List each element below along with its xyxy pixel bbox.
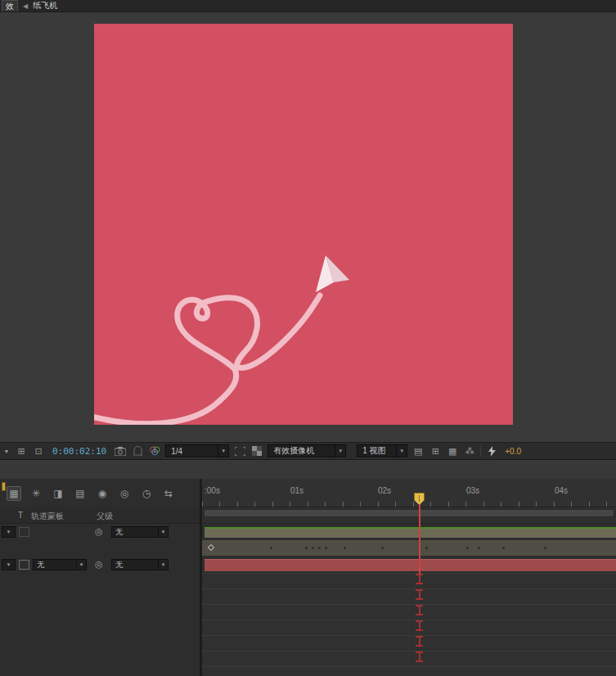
keyframe-dot[interactable]	[312, 547, 314, 549]
work-area-row	[202, 507, 616, 524]
viewer-toolbar: ▼ ⊞ ⊡ 0:00:02:10 1/4 ▼ 有效摄像机 ▼ 1 视图 ▼	[0, 442, 616, 460]
layer1-mode-dropdown[interactable]: ▼	[2, 526, 16, 538]
after-effects-window: 效 ◀ 纸飞机 ▼ ⊞ ⊡ 0:00:02:10 1/4 ▼	[0, 0, 616, 676]
chevron-down-icon: ▼	[2, 527, 15, 537]
keyframe-track[interactable]	[202, 540, 616, 557]
keyframe-dot[interactable]	[502, 547, 505, 549]
layer1-toggle-box[interactable]	[19, 527, 29, 537]
ruler-ticks	[202, 502, 616, 507]
viewer-menu-arrow-icon[interactable]: ▼	[2, 448, 11, 454]
resolution-value: 1/4	[166, 445, 187, 457]
show-channels-icon[interactable]	[148, 445, 161, 457]
composition-name[interactable]: 纸飞机	[33, 0, 57, 11]
layer2-parent-dropdown[interactable]: 无 ▼	[111, 559, 169, 570]
guides-icon[interactable]: ⊞	[429, 445, 442, 457]
snapshot-camera-icon[interactable]	[114, 445, 127, 457]
keyframe-band	[202, 540, 616, 556]
timeline-panel: ▦ ✳ ◨ ▤ ◉ ◎ ◷ ⇆ :00s01s02s03s04s T 轨道蒙板 …	[0, 479, 616, 676]
layer1-parent-dropdown[interactable]: 无 ▼	[111, 526, 169, 538]
column-header-parent[interactable]: 父级	[97, 511, 113, 522]
view-layout-dropdown[interactable]: 1 视图 ▼	[357, 444, 407, 457]
cti-line-segment	[416, 651, 423, 662]
transparency-grid-icon[interactable]	[250, 445, 263, 457]
timeline-column-headers: T 轨道蒙板 父级	[0, 507, 200, 524]
viewer-tab-bar: 效 ◀ 纸飞机	[0, 0, 616, 12]
chevron-down-icon: ▼	[76, 560, 86, 570]
keyframe-dot[interactable]	[381, 547, 384, 549]
layer2-toggle-box[interactable]	[19, 560, 29, 570]
cti-line-segment	[416, 589, 423, 600]
chevron-down-icon: ▼	[218, 445, 228, 457]
layer2-mode-dropdown[interactable]: ▼	[2, 559, 16, 570]
timeline-empty-rows-left	[0, 573, 200, 676]
motion-blur-icon[interactable]: ◉	[95, 486, 110, 501]
layer2-duration-bar[interactable]	[205, 559, 616, 571]
chevron-down-icon: ▼	[158, 560, 168, 570]
show-snapshot-icon[interactable]	[131, 445, 144, 457]
layer2-track[interactable]	[202, 557, 616, 573]
ruler-label: 02s	[378, 486, 391, 495]
column-header-t[interactable]: T	[18, 511, 23, 520]
camera-view-value: 有效摄像机	[268, 445, 319, 457]
layer-row-1[interactable]: ▼ ◎ 无 ▼	[0, 524, 200, 540]
cti-line-segment	[416, 620, 423, 631]
comp-flowchart-icon[interactable]: ▦	[7, 486, 21, 501]
keyframe-dot[interactable]	[466, 547, 469, 549]
layer1-parent-value: 无	[112, 527, 158, 537]
cti-line	[419, 504, 420, 574]
layer1-track[interactable]	[202, 524, 616, 540]
resolution-dropdown[interactable]: 1/4 ▼	[165, 444, 229, 457]
draft-3d-icon[interactable]: ✳	[29, 486, 43, 501]
keyframe-dot[interactable]	[425, 547, 428, 549]
chevron-down-icon: ▼	[158, 527, 168, 537]
eye-icon[interactable]: ◎	[117, 486, 132, 501]
keyframe-dot[interactable]	[344, 547, 346, 549]
timeline-empty-rows-right	[202, 573, 616, 676]
timeline-toolbar: ▦ ✳ ◨ ▤ ◉ ◎ ◷ ⇆	[0, 479, 200, 507]
comp-marker-bin-icon[interactable]	[2, 482, 6, 491]
keyframe-dot[interactable]	[318, 547, 321, 549]
rulers-icon[interactable]: ▤	[411, 445, 425, 457]
layer2-trkmat-value: 无	[34, 560, 76, 570]
grid-and-guides-icon[interactable]: ⊞	[15, 445, 28, 457]
proportional-grid-icon[interactable]: ▦	[446, 445, 459, 457]
ruler-label: 03s	[466, 486, 479, 495]
column-header-trkmat[interactable]: 轨道蒙板	[31, 511, 64, 522]
layer2-trkmat-dropdown[interactable]: 无 ▼	[33, 559, 87, 570]
layer2-parent-value: 无	[112, 560, 158, 570]
timeline-ruler[interactable]: :00s01s02s03s04s	[202, 479, 616, 507]
keyframe-dot[interactable]	[305, 547, 308, 549]
layer2-parent-pickwhip-icon[interactable]: ◎	[95, 559, 103, 570]
keyframe-dot[interactable]	[270, 547, 272, 549]
layer1-duration-bar[interactable]	[205, 527, 616, 538]
layer-row-2[interactable]: ▼ 无 ▼ ◎ 无 ▼	[0, 557, 200, 573]
view-layout-value: 1 视图	[357, 445, 390, 457]
cti-line-segment	[416, 636, 423, 647]
graph-editor-icon[interactable]: ⇆	[161, 486, 176, 501]
panel-tab[interactable]: 效	[2, 0, 18, 11]
region-of-interest-icon[interactable]	[233, 445, 246, 457]
snap-region-icon[interactable]: ⊡	[32, 445, 45, 457]
camera-view-dropdown[interactable]: 有效摄像机 ▼	[268, 444, 346, 457]
work-area-bar[interactable]	[204, 509, 614, 517]
keyframe-dot[interactable]	[544, 547, 546, 549]
stopwatch-icon[interactable]: ◷	[139, 486, 154, 501]
hide-shy-layers-icon[interactable]: ◨	[51, 486, 65, 501]
keyframe-dot[interactable]	[478, 547, 480, 549]
cti-line-segment	[416, 574, 423, 584]
comp-background	[94, 24, 513, 425]
flowchart-icon[interactable]: ⁂	[463, 445, 476, 457]
current-timecode[interactable]: 0:00:02:10	[49, 446, 110, 457]
cti-line-segment	[416, 605, 423, 615]
toolbar-separator	[480, 445, 481, 457]
composition-canvas[interactable]	[94, 24, 513, 425]
fast-previews-lightning-icon[interactable]	[485, 445, 498, 457]
frame-blending-icon[interactable]: ▤	[73, 486, 88, 501]
chevron-down-icon: ▼	[396, 445, 407, 457]
exposure-value[interactable]: +0.0	[502, 447, 524, 456]
layer1-parent-pickwhip-icon[interactable]: ◎	[95, 526, 103, 537]
back-arrow-icon[interactable]: ◀	[23, 2, 28, 10]
composition-viewer	[0, 12, 616, 442]
keyframe-dot[interactable]	[325, 547, 327, 549]
ruler-label: :00s	[205, 486, 220, 495]
